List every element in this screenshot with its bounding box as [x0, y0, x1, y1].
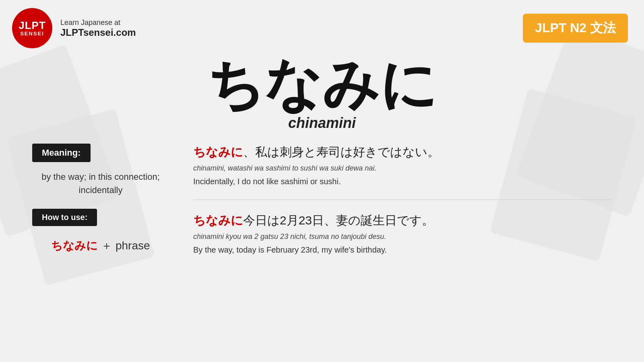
example-2-rest: 今日は2月23日、妻の誕生日です。: [243, 214, 434, 227]
example-2-english: By the way, today is February 23rd, my w…: [193, 244, 612, 256]
main-content: ちなみに chinamini Meaning: by the way; in t…: [0, 56, 644, 268]
japanese-word: ちなみに: [32, 56, 612, 113]
example-2: ちなみに今日は2月23日、妻の誕生日です。 chinamini kyou wa …: [193, 212, 612, 256]
left-panel: Meaning: by the way; in this connection;…: [32, 144, 169, 268]
logo-area: JLPT SENSEI Learn Japanese at JLPTsensei…: [12, 8, 136, 48]
usage-word: phrase: [116, 239, 150, 252]
usage-formula: ちなみに ＋ phrase: [32, 238, 169, 253]
jlpt-badge: JLPT N2 文法: [523, 14, 628, 43]
romaji: chinamini: [32, 115, 612, 132]
word-section: ちなみに chinamini: [32, 56, 612, 132]
meaning-text: by the way; in this connection; incident…: [32, 170, 169, 197]
example-1-rest: 、私は刺身と寿司は好きではない。: [243, 145, 440, 158]
usage-red-part: ちなみに: [51, 239, 98, 252]
example-1-english: Incidentally, I do not like sashimi or s…: [193, 175, 612, 187]
example-2-japanese: ちなみに今日は2月23日、妻の誕生日です。: [193, 212, 612, 229]
right-panel: ちなみに、私は刺身と寿司は好きではない。 chinamini, watashi …: [193, 144, 612, 268]
lower-section: Meaning: by the way; in this connection;…: [32, 144, 612, 268]
example-1-red: ちなみに: [193, 145, 243, 158]
example-1-japanese: ちなみに、私は刺身と寿司は好きではない。: [193, 144, 612, 160]
meaning-badge: Meaning:: [32, 144, 91, 162]
example-2-red: ちなみに: [193, 214, 243, 227]
example-1: ちなみに、私は刺身と寿司は好きではない。 chinamini, watashi …: [193, 144, 612, 187]
logo-jlpt-text: JLPT: [19, 20, 46, 31]
logo-circle: JLPT SENSEI: [12, 8, 52, 48]
logo-text-area: Learn Japanese at JLPTsensei.com: [60, 19, 136, 38]
usage-plus: ＋: [101, 239, 116, 252]
header: JLPT SENSEI Learn Japanese at JLPTsensei…: [0, 0, 644, 56]
logo-site-name: JLPTsensei.com: [60, 27, 136, 38]
example-2-romaji: chinamini kyou wa 2 gatsu 23 nichi, tsum…: [193, 231, 612, 242]
logo-learn-at: Learn Japanese at: [60, 19, 136, 27]
divider: [193, 200, 612, 200]
example-1-romaji: chinamini, watashi wa sashimi to sushi w…: [193, 163, 612, 174]
how-to-use-badge: How to use:: [32, 209, 97, 226]
logo-sensei-text: SENSEI: [20, 31, 44, 37]
